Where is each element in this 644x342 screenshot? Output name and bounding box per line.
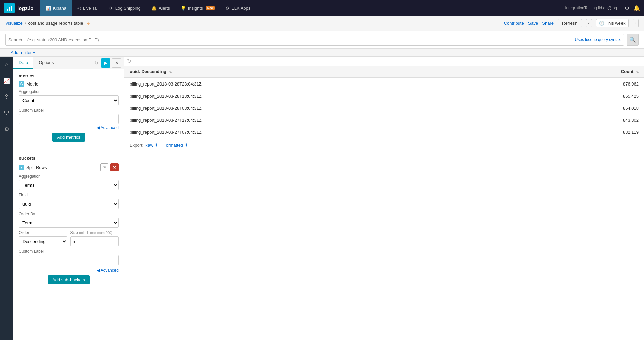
sub-nav: Visualize / cost and usage reports table…	[0, 16, 644, 31]
refresh-button[interactable]: Refresh	[558, 19, 582, 27]
raw-export-link[interactable]: Raw ⬇	[145, 142, 158, 148]
filter-bar: Add a filter +	[0, 49, 644, 57]
content-refresh-icon[interactable]: ↻	[127, 58, 131, 64]
export-label: Export:	[130, 142, 143, 148]
time-range-label: This week	[606, 21, 626, 26]
table-row: billing_report_2018-03-28T13:04:31Z865,4…	[124, 90, 644, 102]
nav-alerts[interactable]: 🔔 Alerts	[146, 0, 175, 16]
cell-count: 843,302	[511, 114, 644, 126]
col-uuid-header[interactable]: uuid: Descending ⇅	[124, 66, 511, 78]
sidebar-icon-shield[interactable]: 🛡	[1, 108, 12, 118]
search-bar: Uses lucene query syntax 🔍	[0, 31, 644, 49]
svg-rect-2	[11, 6, 12, 11]
size-col: Size (min:1; maximum:200)	[70, 230, 119, 246]
nav-insights[interactable]: 💡 Insights New	[175, 0, 220, 16]
uuid-sort-icon: ⇅	[169, 70, 172, 74]
prev-time-button[interactable]: ‹	[586, 19, 592, 27]
sidebar-icon-chart[interactable]: 📈	[1, 75, 12, 86]
buckets-aggregation-select[interactable]: Terms	[19, 180, 119, 190]
custom-label-label: Custom Label	[19, 108, 119, 113]
table-row: billing_report_2018-03-27T07:04:31Z832,1…	[124, 126, 644, 138]
buckets-section: buckets ▼ Split Rows 👁 ✕ Aggregation Ter…	[13, 152, 124, 291]
sidebar-icon-home[interactable]: ⌂	[1, 59, 12, 70]
time-range-selector[interactable]: 🕐 This week	[596, 19, 629, 27]
size-label: Size (min:1; maximum:200)	[70, 230, 119, 235]
sidebar-icon-settings[interactable]: ⚙	[1, 124, 12, 134]
nav-log-shipping[interactable]: ✈ Log Shipping	[104, 0, 146, 16]
search-button[interactable]: 🔍	[627, 34, 639, 46]
advanced-link-buckets[interactable]: ◀ Advanced	[97, 268, 119, 273]
elk-apps-icon: ⚙	[225, 6, 229, 11]
size-hint: (min:1; maximum:200)	[79, 231, 112, 235]
search-input-wrap: Uses lucene query syntax	[5, 34, 624, 46]
nav-live-tail[interactable]: ◎ Live Tail	[72, 0, 104, 16]
top-nav: logz.io 📊 Kibana ◎ Live Tail ✈ Log Shipp…	[0, 0, 644, 16]
size-input[interactable]	[70, 236, 119, 246]
advanced-link-metrics[interactable]: ◀ Advanced	[97, 125, 119, 130]
main-layout: ⌂ 📈 ⏱ 🛡 ⚙ Data Options ↻ ▶ ✕ metrics Met…	[0, 57, 644, 340]
settings-icon[interactable]: ⚙	[625, 5, 629, 11]
svg-rect-1	[9, 7, 10, 11]
contribute-button[interactable]: Contribute	[504, 21, 524, 26]
bucket-header: ▼ Split Rows 👁 ✕	[19, 163, 119, 171]
svg-rect-0	[7, 9, 8, 11]
field-label: Field	[19, 193, 119, 197]
order-by-select[interactable]: Term	[19, 218, 119, 228]
order-label: Order	[19, 230, 67, 235]
add-sub-buckets-button[interactable]: Add sub-buckets	[48, 275, 90, 284]
order-by-label: Order By	[19, 212, 119, 216]
buckets-custom-label: Custom Label	[19, 249, 119, 254]
toggle-visibility-button[interactable]: 👁	[100, 163, 108, 171]
cell-uuid: billing_report_2018-03-28T03:04:31Z	[124, 102, 511, 114]
table-row: billing_report_2018-03-27T17:04:31Z843,3…	[124, 114, 644, 126]
field-select[interactable]: uuid	[19, 199, 119, 209]
refresh-circle-icon[interactable]: ↻	[94, 60, 98, 66]
content-toolbar: ↻	[124, 57, 644, 66]
order-col: Order Descending	[19, 230, 67, 246]
order-size-row: Order Descending Size (min:1; maximum:20…	[19, 230, 119, 246]
left-panel: Data Options ↻ ▶ ✕ metrics Metric Aggreg…	[13, 57, 124, 340]
cell-count: 832,119	[511, 126, 644, 138]
buckets-custom-label-input[interactable]	[19, 255, 119, 265]
col-count-header[interactable]: Count ⇅	[511, 66, 644, 78]
new-badge: New	[206, 6, 215, 10]
tab-data[interactable]: Data	[13, 57, 33, 69]
breadcrumb-current: cost and usage reports table	[28, 21, 83, 26]
table-body: billing_report_2018-03-28T23:04:31Z876,9…	[124, 78, 644, 138]
add-filter-button[interactable]: Add a filter +	[5, 49, 41, 56]
nav-kibana[interactable]: 📊 Kibana	[40, 0, 72, 16]
cell-count: 854,018	[511, 102, 644, 114]
lucene-link[interactable]: Uses lucene query syntax	[575, 37, 621, 42]
cell-uuid: billing_report_2018-03-27T17:04:31Z	[124, 114, 511, 126]
aggregation-label: Aggregation	[19, 89, 119, 94]
breadcrumb-visualize-link[interactable]: Visualize	[5, 21, 23, 26]
nav-user: integrationTesting lid.oh@log...	[565, 6, 620, 10]
search-input[interactable]	[8, 37, 575, 42]
metric-item: Metric	[19, 81, 119, 87]
table-row: billing_report_2018-03-28T23:04:31Z876,9…	[124, 78, 644, 90]
buckets-aggregation-label: Aggregation	[19, 174, 119, 179]
remove-bucket-button[interactable]: ✕	[110, 163, 119, 171]
bell-icon[interactable]: 🔔	[633, 5, 640, 11]
table-row: billing_report_2018-03-28T03:04:31Z854,0…	[124, 102, 644, 114]
aggregation-select[interactable]: Count	[19, 95, 119, 105]
add-metrics-button[interactable]: Add metrics	[52, 133, 85, 142]
nav-elk-apps[interactable]: ⚙ ELK Apps	[220, 0, 256, 16]
count-sort-icon: ⇅	[636, 70, 639, 74]
cell-count: 876,962	[511, 78, 644, 90]
next-time-button[interactable]: ›	[633, 19, 639, 27]
tab-options[interactable]: Options	[33, 57, 59, 69]
share-button[interactable]: Share	[542, 21, 554, 26]
sidebar-icon-clock[interactable]: ⏱	[1, 92, 12, 102]
logo-area: logz.io	[4, 3, 34, 13]
save-button[interactable]: Save	[528, 21, 538, 26]
order-select[interactable]: Descending	[19, 236, 67, 246]
breadcrumb-separator: /	[25, 21, 26, 26]
cell-count: 865,425	[511, 90, 644, 102]
panel-tab-actions: ↻ ▶ ✕	[92, 57, 124, 69]
close-panel-button[interactable]: ✕	[112, 58, 121, 68]
formatted-export-link[interactable]: Formatted ⬇	[163, 142, 188, 148]
play-button[interactable]: ▶	[101, 58, 110, 68]
custom-label-input[interactable]	[19, 114, 119, 124]
sub-nav-actions: Contribute Save Share Refresh ‹ 🕐 This w…	[504, 19, 639, 27]
